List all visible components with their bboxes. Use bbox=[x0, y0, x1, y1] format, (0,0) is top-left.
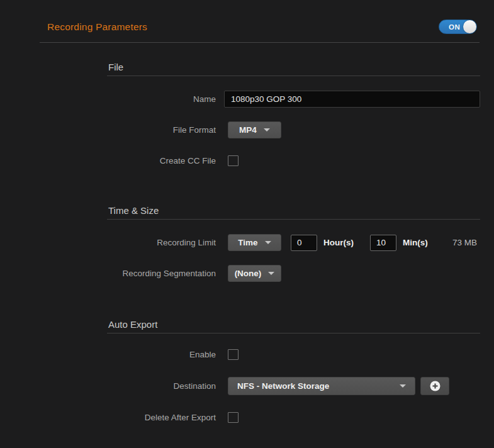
name-label: Name bbox=[40, 94, 216, 104]
recording-limit-row: Recording Limit Time Hour(s) Min(s) 73 M… bbox=[40, 234, 480, 251]
name-row: Name bbox=[40, 91, 480, 108]
file-format-value: MP4 bbox=[239, 125, 257, 135]
file-format-dropdown[interactable]: MP4 bbox=[228, 121, 281, 138]
hours-unit-label: Hour(s) bbox=[323, 238, 354, 247]
estimated-size-value: 73 MB bbox=[452, 238, 477, 247]
recording-limit-type-dropdown[interactable]: Time bbox=[228, 234, 281, 251]
chevron-down-icon bbox=[264, 128, 270, 132]
page-title: Recording Parameters bbox=[47, 21, 147, 33]
create-cc-checkbox[interactable] bbox=[228, 155, 239, 166]
create-cc-row: Create CC File bbox=[40, 152, 480, 169]
minutes-input[interactable] bbox=[370, 235, 396, 251]
enable-label: Enable bbox=[40, 350, 216, 359]
file-format-row: File Format MP4 bbox=[40, 121, 480, 138]
destination-row: Destination NFS - Network Storage bbox=[40, 377, 480, 395]
toggle-knob[interactable] bbox=[463, 20, 476, 33]
file-format-label: File Format bbox=[40, 125, 216, 135]
recording-limit-type-value: Time bbox=[238, 238, 257, 247]
time-size-section-divider bbox=[107, 219, 480, 220]
recording-segmentation-dropdown[interactable]: (None) bbox=[228, 265, 281, 282]
section-heading-file: File bbox=[108, 62, 480, 72]
destination-dropdown[interactable]: NFS - Network Storage bbox=[228, 377, 415, 395]
minutes-unit-label: Min(s) bbox=[403, 238, 428, 247]
destination-value: NFS - Network Storage bbox=[237, 381, 400, 391]
auto-export-section-divider bbox=[107, 333, 480, 333]
chevron-down-icon bbox=[265, 241, 271, 244]
delete-after-export-row: Delete After Export bbox=[40, 409, 480, 426]
recording-segmentation-label: Recording Segmentation bbox=[40, 269, 216, 278]
name-input[interactable] bbox=[224, 91, 480, 108]
add-destination-button[interactable] bbox=[420, 377, 449, 395]
enable-auto-export-checkbox[interactable] bbox=[228, 349, 239, 360]
file-section-divider bbox=[107, 76, 480, 76]
recording-on-off-toggle[interactable]: ON bbox=[439, 20, 477, 34]
delete-after-export-label: Delete After Export bbox=[40, 413, 216, 422]
enable-row: Enable bbox=[40, 346, 480, 363]
section-heading-auto-export: Auto Export bbox=[108, 319, 480, 330]
recording-limit-label: Recording Limit bbox=[40, 238, 216, 247]
chevron-down-icon bbox=[268, 272, 274, 275]
recording-parameters-panel: Recording Parameters ON File Name File F… bbox=[0, 0, 494, 448]
recording-segmentation-row: Recording Segmentation (None) bbox=[40, 265, 480, 282]
panel-header: Recording Parameters ON bbox=[0, 0, 494, 34]
plus-circle-icon bbox=[430, 381, 441, 391]
create-cc-label: Create CC File bbox=[40, 156, 216, 165]
chevron-down-icon bbox=[400, 384, 406, 388]
recording-segmentation-value: (None) bbox=[235, 269, 262, 278]
toggle-state-label: ON bbox=[449, 23, 460, 31]
delete-after-export-checkbox[interactable] bbox=[228, 412, 239, 423]
destination-label: Destination bbox=[40, 381, 216, 391]
header-divider bbox=[40, 42, 480, 43]
hours-input[interactable] bbox=[291, 235, 317, 251]
section-heading-time-size: Time & Size bbox=[108, 205, 480, 216]
